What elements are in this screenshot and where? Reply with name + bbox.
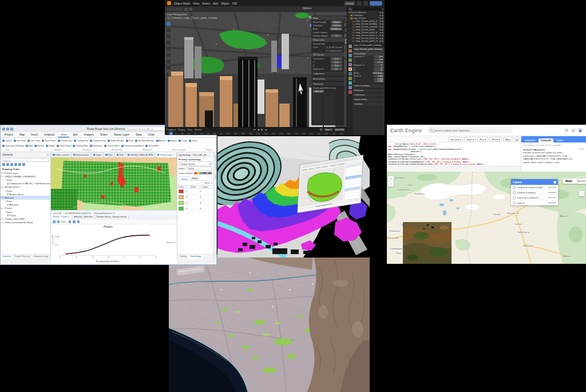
layer-checkbox[interactable] bbox=[513, 201, 516, 204]
forum-icon[interactable]: ≡ bbox=[571, 128, 576, 133]
sidebar-tab[interactable]: Item bbox=[344, 15, 347, 23]
ribbon-button[interactable]: Remove bbox=[34, 144, 45, 148]
ribbon-button[interactable]: Visual Effect bbox=[145, 144, 159, 148]
map-tab[interactable]: Prov bbox=[104, 152, 114, 157]
select-tool-icon[interactable] bbox=[166, 21, 171, 26]
symbology-tab[interactable]: Mask bbox=[191, 176, 200, 180]
ribbon-button[interactable]: Add bbox=[26, 144, 32, 148]
viewlock-panel-header[interactable]: View Lock bbox=[311, 38, 344, 42]
value-color-swatch[interactable] bbox=[179, 195, 184, 199]
map-tab[interactable]: Delim_cuenca bbox=[51, 152, 72, 157]
orientation-dropdown[interactable]: Global bbox=[344, 1, 355, 6]
current-frame-field[interactable]: 1 bbox=[319, 128, 323, 131]
chart-toolbar[interactable]: Filter: bbox=[51, 220, 177, 224]
ribbon-button[interactable]: Catalog View bbox=[74, 138, 88, 143]
timeline-ruler[interactable]: 1 10203040506070809010011012013014015016… bbox=[165, 132, 347, 135]
ee-layer-row[interactable]: ✓ Landsat 8 enmascarada bbox=[511, 185, 558, 190]
map-tab[interactable]: DELIM_CUENCA_MZN bbox=[126, 152, 156, 157]
properties-section[interactable]: Collections bbox=[353, 93, 385, 97]
ee-panel-tab[interactable]: Inspector bbox=[522, 138, 538, 142]
ribbon-button[interactable]: Geoprocessing bbox=[90, 138, 106, 143]
pane-bottom-tab[interactable]: Contents bbox=[1, 255, 13, 259]
code-scroll-strip[interactable] bbox=[387, 166, 521, 172]
ee-logo[interactable]: Earth Engine bbox=[390, 128, 422, 133]
ribbon-button[interactable]: Catalog Pane bbox=[58, 138, 73, 143]
docked-pane-tab[interactable]: Raster Functions bbox=[215, 155, 217, 169]
ribbon-button[interactable]: Convert bbox=[2, 138, 12, 143]
visibility-icons[interactable]: ◉ ▣ bbox=[379, 23, 385, 25]
playback-controls[interactable]: ⏮ ◀ ▶ ⏭ bbox=[254, 128, 268, 131]
visibility-icons[interactable]: ◉ ▣ bbox=[379, 17, 385, 19]
zoom-out-button[interactable]: − bbox=[388, 181, 394, 187]
apps-button[interactable]: Apps bbox=[503, 137, 513, 141]
timeline-menu[interactable]: View bbox=[187, 128, 192, 131]
ribbon-button[interactable]: Color Vision Simulator bbox=[2, 144, 24, 148]
unique-value-row[interactable]: 44 bbox=[177, 206, 213, 212]
properties-tab-strip[interactable] bbox=[347, 43, 353, 135]
measure-tool-icon[interactable] bbox=[166, 65, 171, 70]
outliner-item[interactable]: ▸△ map_13.osm_areas_p ◉ ▣ bbox=[347, 19, 385, 22]
ee-panel-tab[interactable]: Tasks bbox=[554, 138, 565, 142]
ribbon-tab[interactable]: Edit bbox=[70, 132, 80, 137]
symbology-tab[interactable]: Values bbox=[179, 176, 190, 180]
map-tab[interactable]: Deforestación bbox=[72, 152, 92, 157]
annotate-tool-icon[interactable] bbox=[166, 59, 171, 64]
get-link-button[interactable]: Get Link ▾ bbox=[448, 137, 464, 141]
code-editor[interactable]: .filterDate('2021-01-01','2021-12-31');v… bbox=[387, 142, 521, 166]
value-color-swatch[interactable] bbox=[179, 201, 184, 205]
transform-field[interactable]: Z1.000 bbox=[353, 80, 385, 83]
ribbon-button[interactable]: Link Cursor bbox=[27, 138, 40, 143]
scale-dropdown[interactable]: 1:11.108 bbox=[53, 212, 61, 215]
outliner-search-input[interactable] bbox=[353, 7, 381, 10]
values-column-header[interactable]: Label bbox=[201, 185, 213, 188]
sidebar-field[interactable]: Lock☐ To 3D Cursor bbox=[311, 45, 344, 49]
ee-layer-row[interactable]: coleccion Landsat 8 bbox=[511, 195, 558, 200]
values-column-header[interactable]: Color bbox=[177, 185, 189, 188]
visibility-icons[interactable]: ◉ ▣ bbox=[379, 14, 385, 17]
layer-checkbox[interactable]: ▥ bbox=[7, 204, 9, 206]
unique-value-row[interactable]: 22 bbox=[177, 195, 213, 200]
timeline-menu[interactable]: Marker bbox=[195, 128, 201, 131]
zoom-in-button[interactable]: + bbox=[388, 176, 394, 181]
map-tab[interactable]: Distr bbox=[115, 152, 126, 157]
save-button[interactable]: Save ▾ bbox=[464, 137, 476, 141]
pane-bottom-tab[interactable]: Create Features bbox=[13, 255, 31, 259]
layer-item[interactable]: ▸ ☐ Zona_entrenamiento_Mayor bbox=[1, 221, 50, 224]
opacity-slider[interactable] bbox=[548, 197, 556, 198]
rotate-tool-icon[interactable] bbox=[166, 40, 171, 45]
run-button[interactable]: Run ▾ bbox=[477, 137, 488, 141]
primary-symbology-dropdown[interactable]: Unique Values▾ bbox=[179, 161, 212, 166]
layer-checkbox[interactable]: ▥ bbox=[7, 214, 9, 216]
sidebar-field[interactable]: Render Region☐ bbox=[311, 34, 344, 37]
collapsed-panel[interactable]: Collections bbox=[311, 71, 344, 76]
ribbon-tab[interactable]: View bbox=[58, 132, 69, 137]
blender-3d-viewport[interactable]: User Perspective (1) Collection | map_13… bbox=[165, 6, 347, 127]
contents-search-input[interactable]: Search bbox=[2, 158, 49, 162]
menu-item[interactable]: Select bbox=[202, 2, 210, 5]
ribbon-tab[interactable]: Map bbox=[17, 132, 27, 137]
timeline-menu[interactable]: Playback bbox=[167, 128, 176, 131]
properties-section[interactable]: Relations bbox=[353, 88, 385, 92]
layer-checkbox[interactable]: ▸ ☑ bbox=[1, 186, 5, 188]
ee-search-input[interactable]: Search places and datasets... bbox=[427, 127, 513, 133]
help-icon[interactable]: ? bbox=[564, 128, 569, 133]
sidebar-tab[interactable]: Tool bbox=[344, 26, 347, 34]
values-toolbar[interactable]: +↑↓More▾ bbox=[177, 181, 213, 185]
lock-icon[interactable]: ▣ bbox=[553, 180, 556, 184]
collapsed-panel[interactable]: Annotations bbox=[311, 76, 344, 81]
pane-bottom-tab[interactable]: Catalog bbox=[177, 255, 188, 259]
zoom-control[interactable]: + − bbox=[388, 176, 394, 187]
chart-tab[interactable]: Arbustos - Arbustos bbox=[72, 215, 95, 220]
opacity-slider[interactable] bbox=[548, 187, 556, 188]
outliner-search-row[interactable]: ▾ bbox=[347, 6, 385, 11]
frame-start-field[interactable]: Start 1 bbox=[324, 128, 333, 131]
outliner-item[interactable]: ▸∿ map_13.osm_paths_fo ◉ ▣ bbox=[347, 37, 385, 39]
ribbon-tab[interactable]: Project bbox=[2, 132, 16, 137]
ee-layer-row[interactable]: Layer 1 bbox=[511, 200, 558, 205]
chart-tab[interactable]: Pastos - Pastos × bbox=[51, 215, 72, 220]
ribbon-tab[interactable]: Chart bbox=[145, 132, 158, 137]
ribbon-button[interactable]: Tasks bbox=[126, 138, 134, 143]
ee-map[interactable]: ScongataTinicLabramarcaPachantaCoraniHua… bbox=[387, 172, 586, 264]
value-color-swatch[interactable] bbox=[179, 189, 184, 193]
transform-panel-header[interactable]: Transform bbox=[353, 52, 385, 56]
